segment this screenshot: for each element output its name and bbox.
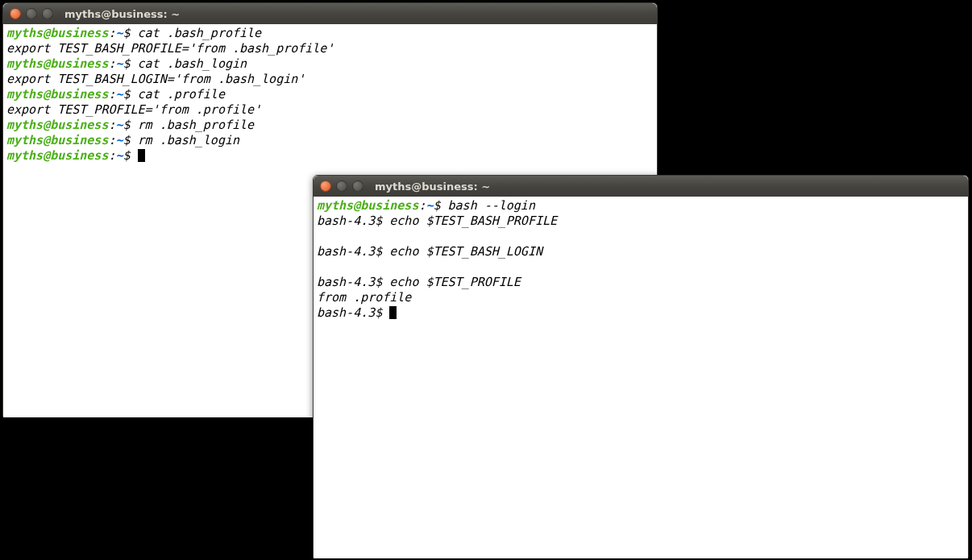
maximize-icon[interactable] xyxy=(352,180,363,192)
command-text: echo $TEST_BASH_PROFILE xyxy=(389,214,557,228)
terminal-line: myths@business:~$ rm .bash_login xyxy=(6,133,654,148)
terminal-line: export TEST_BASH_PROFILE='from .bash_pro… xyxy=(6,41,654,56)
prompt-user: myths@business xyxy=(6,118,108,132)
close-icon[interactable] xyxy=(320,180,331,192)
prompt-path: ~ xyxy=(115,26,123,40)
terminal-line: export TEST_PROFILE='from .profile' xyxy=(6,102,654,118)
prompt-path: ~ xyxy=(426,198,433,213)
prompt-path: ~ xyxy=(115,87,123,102)
command-text: cat .bash_login xyxy=(138,56,247,71)
prompt-path: ~ xyxy=(115,133,123,147)
terminal-line: bash-4.3$ echo $TEST_PROFILE xyxy=(317,275,965,290)
prompt-symbol: $ xyxy=(123,118,138,132)
bash-prompt: bash-4.3$ xyxy=(317,244,389,259)
terminal-body[interactable]: myths@business:~$ bash --loginbash-4.3$ … xyxy=(314,197,968,558)
command-text: rm .bash_login xyxy=(138,133,239,147)
prompt-user: myths@business xyxy=(6,87,108,102)
command-text: echo $TEST_BASH_LOGIN xyxy=(389,244,542,259)
terminal-line: from .profile xyxy=(317,290,965,305)
terminal-line: bash-4.3$ xyxy=(317,305,965,321)
prompt-path: ~ xyxy=(115,56,123,71)
maximize-icon[interactable] xyxy=(42,8,53,19)
terminal-line: myths@business:~$ cat .bash_profile xyxy=(6,26,654,41)
prompt-user: myths@business xyxy=(6,133,108,147)
prompt-path: ~ xyxy=(115,118,123,132)
terminal-line: myths@business:~$ rm .bash_profile xyxy=(6,118,654,133)
cursor-icon xyxy=(138,149,145,162)
prompt-path: ~ xyxy=(115,148,123,163)
prompt-user: myths@business xyxy=(6,56,108,71)
command-text: cat .bash_profile xyxy=(138,26,262,40)
terminal-line: bash-4.3$ echo $TEST_BASH_LOGIN xyxy=(317,244,965,259)
output-text xyxy=(317,229,324,243)
minimize-icon[interactable] xyxy=(26,8,37,19)
prompt-symbol: $ xyxy=(123,133,138,147)
window-title: myths@business: ~ xyxy=(64,8,180,20)
window-title: myths@business: ~ xyxy=(375,180,490,193)
prompt-symbol: $ xyxy=(434,198,448,213)
command-text: cat .profile xyxy=(138,87,225,102)
terminal-line xyxy=(317,229,965,244)
prompt-symbol: $ xyxy=(123,148,138,163)
terminal-line: myths@business:~$ cat .bash_login xyxy=(6,56,654,72)
bash-prompt: bash-4.3$ xyxy=(317,275,389,289)
terminal-line: myths@business:~$ bash --login xyxy=(317,198,965,214)
output-text: export TEST_BASH_PROFILE='from .bash_pro… xyxy=(6,41,334,56)
command-text: bash --login xyxy=(448,198,535,213)
prompt-symbol: $ xyxy=(123,26,138,40)
bash-prompt: bash-4.3$ xyxy=(317,214,389,228)
terminal-line: bash-4.3$ echo $TEST_BASH_PROFILE xyxy=(317,214,965,229)
prompt-user: myths@business xyxy=(6,148,108,163)
titlebar[interactable]: myths@business: ~ xyxy=(3,3,657,24)
prompt-user: myths@business xyxy=(6,26,108,40)
terminal-line: myths@business:~$ cat .profile xyxy=(6,87,654,102)
cursor-icon xyxy=(389,306,397,319)
output-text: export TEST_PROFILE='from .profile' xyxy=(6,102,261,117)
terminal-line xyxy=(317,259,965,275)
output-text: export TEST_BASH_LOGIN='from .bash_login… xyxy=(6,72,305,86)
bash-prompt: bash-4.3$ xyxy=(317,305,389,320)
prompt-symbol: $ xyxy=(123,87,138,102)
command-text: echo $TEST_PROFILE xyxy=(389,275,521,289)
terminal-window-2[interactable]: myths@business: ~ myths@business:~$ bash… xyxy=(313,175,969,558)
command-text: rm .bash_profile xyxy=(138,118,255,132)
output-text xyxy=(317,259,324,274)
terminal-line: myths@business:~$ xyxy=(6,148,654,164)
terminal-line: export TEST_BASH_LOGIN='from .bash_login… xyxy=(6,72,654,87)
output-text: from .profile xyxy=(317,290,411,305)
titlebar[interactable]: myths@business: ~ xyxy=(314,176,968,197)
prompt-user: myths@business xyxy=(317,198,418,213)
prompt-symbol: $ xyxy=(123,56,138,71)
minimize-icon[interactable] xyxy=(336,180,347,192)
close-icon[interactable] xyxy=(10,8,21,19)
